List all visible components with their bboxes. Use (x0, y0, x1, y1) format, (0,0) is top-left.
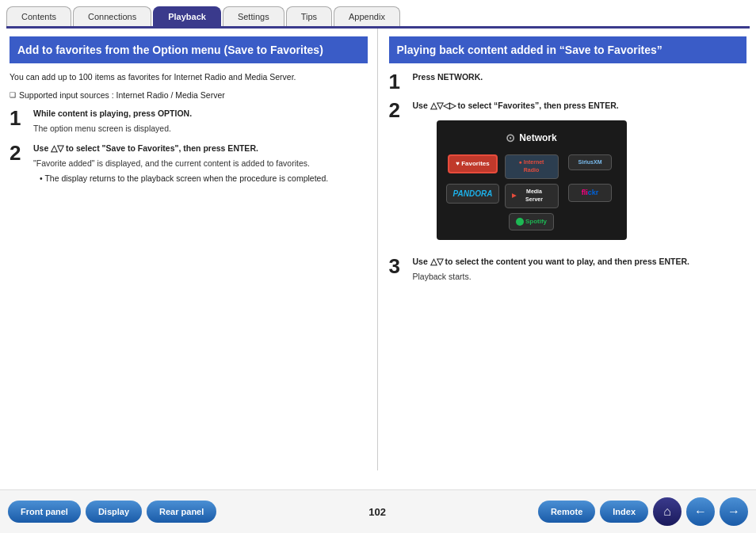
media-server-btn: ▶ Media Server (505, 184, 559, 208)
step-note-1: The option menu screen is displayed. (33, 123, 368, 135)
display-button[interactable]: Display (86, 501, 142, 523)
network-screen: ⊙ Network ♥ Favorites ● Internet Radio (437, 120, 627, 240)
forward-arrow-icon: → (727, 504, 740, 519)
home-icon: ⌂ (663, 504, 671, 519)
tab-appendix[interactable]: Appendix (334, 6, 400, 26)
network-grid: ♥ Favorites ● Internet Radio SiriusXM PA… (446, 154, 617, 230)
right-step-1: 1 Press NETWORK. (389, 71, 747, 92)
network-title: ⊙ Network (446, 130, 617, 147)
net-item-flickr: flickr (563, 184, 617, 208)
step-content-1: While content is playing, press OPTION. … (33, 108, 368, 135)
right-step-content-2: Use △▽◁▷ to select “Favorites”, then pre… (413, 100, 747, 248)
left-section-title: Add to favorites from the Option menu (S… (10, 36, 368, 63)
internet-radio-btn: ● Internet Radio (505, 154, 559, 179)
step-content-2: Use △▽ to select "Save to Favorites", th… (33, 143, 368, 185)
tab-contents[interactable]: Contents (6, 6, 71, 26)
intro-text: You can add up to 100 items as favorites… (10, 71, 368, 84)
step-num-1: 1 (10, 108, 27, 128)
tab-connections[interactable]: Connections (73, 6, 151, 26)
home-button[interactable]: ⌂ (653, 497, 682, 526)
right-step-3: 3 Use △▽ to select the content you want … (389, 256, 747, 284)
right-step-content-1: Press NETWORK. (413, 71, 747, 84)
step-title-1: While content is playing, press OPTION. (33, 109, 192, 118)
right-step-title-3: Use △▽ to select the content you want to… (413, 257, 690, 266)
spotify-icon (516, 218, 524, 226)
right-step-title-1: Press NETWORK. (413, 72, 483, 82)
tab-settings[interactable]: Settings (223, 6, 284, 26)
pandora-btn: PANDORA (446, 184, 500, 204)
left-step-2: 2 Use △▽ to select "Save to Favorites", … (10, 143, 368, 185)
favorites-btn: ♥ Favorites (448, 154, 498, 173)
wifi-icon: ⊙ (506, 130, 515, 147)
back-button[interactable]: ← (686, 497, 715, 526)
remote-button[interactable]: Remote (538, 501, 595, 523)
spotify-btn: Spotify (509, 213, 554, 230)
page-number: 102 (221, 506, 533, 518)
net-item-internet-radio: ● Internet Radio (505, 154, 559, 179)
right-step-num-1: 1 (389, 71, 407, 92)
step-bullet-2: The display returns to the playback scre… (40, 173, 368, 185)
sirius-btn: SiriusXM (568, 154, 612, 171)
step-num-2: 2 (10, 143, 27, 163)
right-step-note-3: Playback starts. (413, 271, 747, 284)
front-panel-button[interactable]: Front panel (8, 501, 81, 523)
supported-label: Supported input sources : Internet Radio… (10, 90, 368, 100)
net-item-favorites: ♥ Favorites (446, 154, 500, 179)
forward-button[interactable]: → (720, 497, 748, 526)
right-step-content-3: Use △▽ to select the content you want to… (413, 256, 747, 284)
main-content: Add to favorites from the Option menu (S… (0, 29, 756, 470)
left-step-1: 1 While content is playing, press OPTION… (10, 108, 368, 135)
step-note-2: "Favorite added" is displayed, and the c… (33, 158, 368, 170)
tab-playback[interactable]: Playback (153, 6, 221, 26)
right-step-title-2: Use △▽◁▷ to select “Favorites”, then pre… (413, 101, 619, 110)
tab-tips[interactable]: Tips (286, 6, 332, 26)
net-item-sirius: SiriusXM (563, 154, 617, 179)
left-panel: Add to favorites from the Option menu (S… (6, 29, 378, 470)
right-step-2: 2 Use △▽◁▷ to select “Favorites”, then p… (389, 100, 747, 248)
net-item-pandora: PANDORA (446, 184, 500, 208)
tabs-bar: Contents Connections Playback Settings T… (0, 0, 756, 26)
flickr-btn: flickr (568, 184, 612, 203)
footer: Front panel Display Rear panel 102 Remot… (0, 489, 756, 533)
net-item-media-server: ▶ Media Server (505, 184, 559, 208)
index-button[interactable]: Index (600, 501, 648, 523)
right-section-title: Playing back content added in “Save to F… (389, 36, 747, 63)
step-title-2: Use △▽ to select "Save to Favorites", th… (33, 143, 258, 153)
right-panel: Playing back content added in “Save to F… (378, 29, 750, 470)
net-item-spotify: Spotify (505, 213, 559, 230)
back-arrow-icon: ← (694, 504, 707, 519)
rear-panel-button[interactable]: Rear panel (147, 501, 216, 523)
right-step-num-2: 2 (389, 100, 407, 120)
right-step-num-3: 3 (389, 256, 407, 276)
